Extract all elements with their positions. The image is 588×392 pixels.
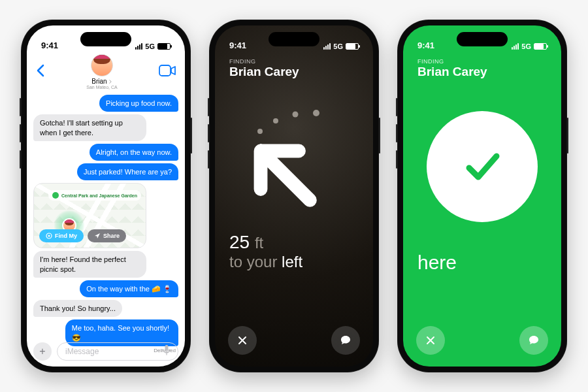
screen-finding-arrived: 9:41 5G FINDING Brian Carey here xyxy=(403,25,561,367)
network-label: 5G xyxy=(145,42,155,50)
map-attachment[interactable]: Central Park and Japanese Garden Find My… xyxy=(33,183,146,248)
distance-value: 25 xyxy=(229,232,250,252)
message-icon xyxy=(340,335,351,346)
dynamic-island xyxy=(269,32,319,46)
battery-icon xyxy=(346,43,359,50)
direction-arrow-icon xyxy=(244,134,329,219)
contact-sublabel: San Mateo, CA xyxy=(86,85,117,90)
signal-icon xyxy=(323,43,331,50)
status-right: 5G xyxy=(512,42,547,50)
svg-point-4 xyxy=(257,129,263,134)
chevron-right-icon xyxy=(108,80,112,84)
message-sent[interactable]: Alright, on the way now. xyxy=(90,144,178,161)
svg-point-5 xyxy=(273,118,278,123)
message-placeholder: iMessage xyxy=(65,347,99,356)
finding-name: Brian Carey xyxy=(215,65,373,82)
direction-word: left xyxy=(282,253,302,270)
close-icon xyxy=(237,335,248,346)
contact-header[interactable]: Brian San Mateo, CA xyxy=(86,54,117,90)
message-button[interactable] xyxy=(519,326,548,355)
battery-icon xyxy=(157,43,171,50)
arrived-area xyxy=(403,82,561,252)
nav-bar: Brian San Mateo, CA xyxy=(27,53,185,92)
message-recv[interactable]: Gotcha! I'll start setting up when I get… xyxy=(33,114,146,141)
status-time: 9:41 xyxy=(417,41,434,50)
findmy-icon xyxy=(46,233,52,239)
screen-finding-direction: 9:41 5G FINDING Brian Carey xyxy=(215,25,373,367)
message-sent[interactable]: Picking up food now. xyxy=(99,95,178,112)
screen-messages: 9:41 5G Brian San Mateo, CA xyxy=(27,25,185,367)
phone-finding-arrived: 9:41 5G FINDING Brian Carey here xyxy=(397,20,567,372)
network-label: 5G xyxy=(521,42,531,50)
svg-point-2 xyxy=(48,235,50,237)
here-label: here xyxy=(403,252,561,274)
find-my-button[interactable]: Find My xyxy=(39,229,84,242)
location-arrow-icon xyxy=(94,233,101,239)
map-place-label: Central Park and Japanese Garden xyxy=(48,190,141,201)
signal-icon xyxy=(135,43,142,50)
svg-point-7 xyxy=(313,110,319,116)
direction-arc-icon xyxy=(248,104,340,137)
status-time: 9:41 xyxy=(41,41,58,50)
distance-readout: 25 ft to your left xyxy=(215,232,373,271)
status-right: 5G xyxy=(135,42,171,50)
message-icon xyxy=(528,335,540,346)
direction-prefix: to your xyxy=(229,253,277,270)
status-time: 9:41 xyxy=(229,41,246,50)
message-recv[interactable]: I'm here! Found the perfect picnic spot. xyxy=(33,251,146,278)
contact-name: Brian xyxy=(86,78,117,85)
phone-finding-direction: 9:41 5G FINDING Brian Carey xyxy=(209,20,379,372)
message-sent[interactable]: On the way with the 🧀 🍷 xyxy=(80,280,178,297)
dynamic-island xyxy=(80,32,131,46)
finding-label: FINDING xyxy=(403,53,561,65)
message-input[interactable]: iMessage xyxy=(57,342,178,361)
avatar xyxy=(91,54,113,76)
arrived-circle xyxy=(427,111,538,222)
close-button[interactable] xyxy=(228,326,257,355)
direction-area xyxy=(215,82,373,232)
message-thread[interactable]: Picking up food now. Gotcha! I'll start … xyxy=(27,92,185,353)
share-button[interactable]: Share xyxy=(88,229,126,242)
bottom-bar xyxy=(228,326,360,355)
status-right: 5G xyxy=(323,42,359,50)
signal-icon xyxy=(512,43,519,50)
finding-label: FINDING xyxy=(215,53,373,65)
message-sent[interactable]: Just parked! Where are ya? xyxy=(77,163,178,180)
close-icon xyxy=(425,335,436,346)
dynamic-island xyxy=(457,32,508,46)
finding-name: Brian Carey xyxy=(403,65,561,82)
attach-button[interactable]: + xyxy=(33,342,52,361)
battery-icon xyxy=(534,43,547,50)
phone-messages: 9:41 5G Brian San Mateo, CA xyxy=(21,20,191,372)
bottom-bar xyxy=(416,326,548,355)
park-dot-icon xyxy=(52,192,59,199)
svg-rect-3 xyxy=(165,345,169,351)
close-button[interactable] xyxy=(416,326,445,355)
svg-rect-0 xyxy=(159,65,171,76)
facetime-button[interactable] xyxy=(159,65,176,79)
checkmark-icon xyxy=(456,140,508,193)
message-recv[interactable]: Thank you! So hungry... xyxy=(33,300,122,317)
network-label: 5G xyxy=(333,42,343,50)
distance-unit: ft xyxy=(255,234,263,252)
message-button[interactable] xyxy=(331,326,360,355)
message-composer: + iMessage xyxy=(33,342,178,361)
dictate-button[interactable] xyxy=(162,344,174,359)
back-button[interactable] xyxy=(36,64,45,80)
svg-point-6 xyxy=(293,112,299,118)
